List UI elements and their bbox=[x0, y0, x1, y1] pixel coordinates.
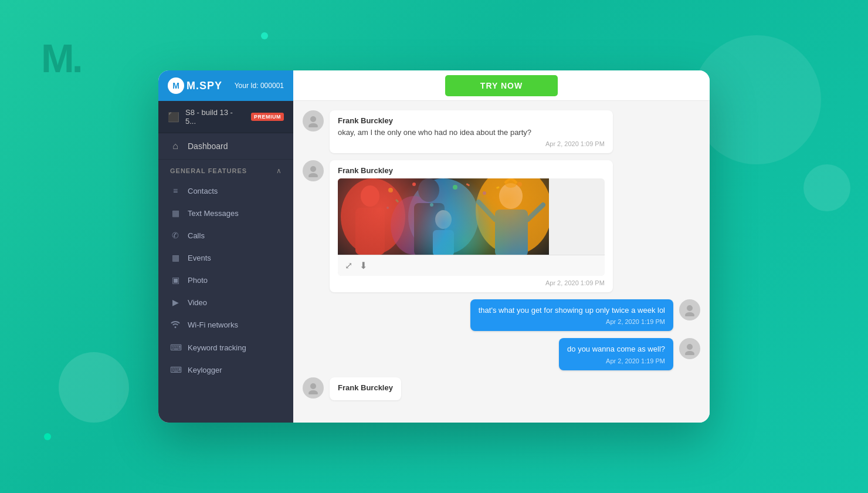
svg-point-7 bbox=[476, 178, 549, 255]
sidebar-item-events[interactable]: ▦ Events bbox=[158, 246, 293, 269]
svg-point-19 bbox=[453, 185, 457, 190]
svg-line-29 bbox=[528, 205, 543, 220]
svg-point-0 bbox=[310, 116, 316, 122]
sender-name-1: Frank Burckley bbox=[338, 116, 605, 125]
android-icon: ⬛ bbox=[168, 112, 179, 123]
try-now-button[interactable]: TRY NOW bbox=[445, 75, 558, 96]
message-3: that's what you get for showing up only … bbox=[303, 299, 700, 331]
photo-icon: ▣ bbox=[170, 275, 181, 285]
chat-area: Frank Burckley okay, am I the only one w… bbox=[293, 101, 710, 423]
message-time-2: Apr 2, 2020 1:09 PM bbox=[338, 279, 605, 286]
message-time-1: Apr 2, 2020 1:09 PM bbox=[338, 140, 605, 147]
video-icon: ▶ bbox=[170, 298, 181, 307]
sidebar-item-calls[interactable]: ✆ Calls bbox=[158, 224, 293, 246]
avatar-frank-2 bbox=[303, 160, 324, 181]
home-icon: ⌂ bbox=[170, 141, 181, 151]
svg-point-17 bbox=[388, 188, 393, 193]
user-id: Your Id: 000001 bbox=[235, 82, 284, 90]
svg-rect-16 bbox=[495, 210, 528, 255]
svg-point-32 bbox=[687, 344, 693, 350]
avatar-self-1 bbox=[679, 299, 700, 320]
general-features-title: GENERAL FEATURES bbox=[170, 167, 247, 174]
keylogger-icon: ⌨ bbox=[170, 365, 181, 374]
device-item[interactable]: ⬛ S8 - build 13 - 5... PREMIUM bbox=[158, 101, 293, 133]
wifi-label: Wi-Fi networks bbox=[188, 320, 238, 329]
svg-point-6 bbox=[408, 178, 479, 255]
message-text-1: okay, am I the only one who had no idea … bbox=[338, 127, 605, 138]
contacts-label: Contacts bbox=[188, 187, 218, 195]
svg-rect-14 bbox=[433, 230, 454, 255]
mspy-logo: M M.SPY bbox=[168, 77, 222, 94]
svg-point-22 bbox=[430, 203, 433, 207]
svg-point-33 bbox=[685, 351, 694, 355]
svg-point-21 bbox=[517, 182, 522, 187]
dashboard-label: Dashboard bbox=[188, 141, 228, 151]
svg-point-13 bbox=[435, 210, 452, 229]
svg-rect-26 bbox=[395, 199, 399, 202]
sender-name-2: Frank Burckley bbox=[338, 166, 605, 175]
keyword-tracking-icon: ⌨ bbox=[170, 343, 181, 352]
svg-point-34 bbox=[310, 383, 316, 389]
message-5-partial: Frank Burckley bbox=[303, 377, 700, 400]
message-bubble-3: that's what you get for showing up only … bbox=[470, 299, 673, 331]
svg-rect-12 bbox=[414, 203, 445, 255]
section-collapse-icon[interactable]: ∧ bbox=[276, 167, 282, 175]
avatar-self-2 bbox=[679, 338, 700, 359]
sidebar-item-keylogger[interactable]: ⌨ Keylogger bbox=[158, 359, 293, 381]
message-image-container: ⤢ ⬇ bbox=[338, 178, 605, 276]
message-time-4: Apr 2, 2020 1:19 PM bbox=[567, 357, 665, 364]
sidebar-item-contacts[interactable]: ≡ Contacts bbox=[158, 180, 293, 202]
avatar-frank-1 bbox=[303, 110, 324, 131]
keyword-tracking-label: Keyword tracking bbox=[188, 343, 246, 352]
svg-point-5 bbox=[341, 178, 405, 255]
download-icon[interactable]: ⬇ bbox=[360, 260, 367, 271]
sidebar-item-keyword-tracking[interactable]: ⌨ Keyword tracking bbox=[158, 336, 293, 359]
message-bubble-4: do you wanna come as well? Apr 2, 2020 1… bbox=[559, 338, 673, 370]
sidebar-item-photo[interactable]: ▣ Photo bbox=[158, 269, 293, 291]
svg-rect-24 bbox=[466, 183, 470, 187]
party-image bbox=[338, 178, 549, 255]
bg-decoration-circle-3 bbox=[803, 164, 850, 211]
expand-icon[interactable]: ⤢ bbox=[345, 260, 352, 271]
sidebar-item-dashboard[interactable]: ⌂ Dashboard bbox=[158, 133, 293, 160]
svg-line-28 bbox=[479, 202, 495, 220]
image-toolbar: ⤢ ⬇ bbox=[338, 255, 605, 276]
message-bubble-1: Frank Burckley okay, am I the only one w… bbox=[330, 110, 613, 153]
events-label: Events bbox=[188, 254, 211, 262]
video-label: Video bbox=[188, 298, 207, 307]
message-1: Frank Burckley okay, am I the only one w… bbox=[303, 110, 613, 153]
svg-point-8 bbox=[391, 196, 438, 255]
contacts-icon: ≡ bbox=[170, 186, 181, 195]
bg-decoration-circle-2 bbox=[59, 352, 129, 423]
message-partial-bubble: Frank Burckley bbox=[330, 377, 401, 400]
svg-point-15 bbox=[499, 183, 523, 209]
m-logo: M. bbox=[41, 35, 81, 81]
svg-point-2 bbox=[310, 166, 316, 172]
sidebar-item-wifi[interactable]: Wi-Fi networks bbox=[158, 313, 293, 336]
svg-rect-4 bbox=[338, 178, 549, 255]
top-bar-right: TRY NOW bbox=[293, 70, 710, 101]
svg-point-11 bbox=[418, 178, 439, 202]
main-window: M M.SPY Your Id: 000001 TRY NOW ⬛ S8 - b… bbox=[158, 70, 710, 423]
svg-rect-10 bbox=[355, 208, 385, 255]
svg-point-35 bbox=[308, 390, 318, 394]
text-messages-icon: ▦ bbox=[170, 208, 181, 218]
svg-rect-25 bbox=[496, 186, 500, 189]
svg-point-30 bbox=[687, 305, 693, 311]
svg-point-18 bbox=[412, 183, 416, 186]
bg-dot-2 bbox=[44, 433, 51, 440]
sidebar-item-video[interactable]: ▶ Video bbox=[158, 291, 293, 313]
general-features-header: GENERAL FEATURES ∧ bbox=[158, 160, 293, 180]
avatar-frank-3 bbox=[303, 377, 324, 399]
sidebar-item-text-messages[interactable]: ▦ Text Messages bbox=[158, 202, 293, 224]
bg-decoration-circle-1 bbox=[692, 35, 821, 164]
sender-name-5: Frank Burckley bbox=[338, 383, 393, 392]
message-4: do you wanna come as well? Apr 2, 2020 1… bbox=[303, 338, 700, 370]
calls-icon: ✆ bbox=[170, 231, 181, 240]
svg-point-31 bbox=[685, 312, 694, 316]
message-text-4: do you wanna come as well? bbox=[567, 344, 665, 354]
svg-point-23 bbox=[386, 207, 389, 209]
calls-label: Calls bbox=[188, 231, 205, 240]
mspy-logo-icon: M bbox=[168, 77, 184, 94]
svg-point-9 bbox=[361, 185, 379, 207]
